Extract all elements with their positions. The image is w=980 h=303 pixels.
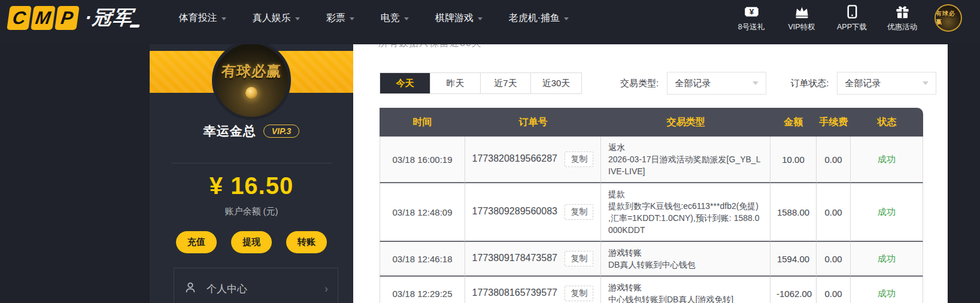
user-icon bbox=[184, 281, 197, 296]
table-row: 03/18 16:00:19 1773820819566287 复制 返水 20… bbox=[380, 137, 923, 183]
cell-time: 03/18 12:29:25 bbox=[380, 277, 465, 303]
column-header-2: 交易类型 bbox=[601, 108, 770, 137]
copy-button[interactable]: 复制 bbox=[565, 152, 593, 167]
svg-text:¥: ¥ bbox=[749, 7, 754, 16]
cell-order-number: 1773809178473587 复制 bbox=[465, 242, 601, 277]
gift-day8-button[interactable]: ¥ 8号送礼 bbox=[736, 4, 767, 32]
column-header-3: 金额 bbox=[770, 108, 817, 137]
nav-item-4[interactable]: 棋牌游戏 bbox=[435, 12, 483, 25]
logo-letter-box: P bbox=[54, 6, 80, 30]
chevron-down-icon bbox=[923, 81, 929, 85]
quick-links: ¥ 8号送礼 VIP特权 APP下载 bbox=[736, 4, 918, 32]
sidebar-item-personal-center[interactable]: 个人中心 › bbox=[174, 268, 338, 303]
transfer-button[interactable]: 转账 bbox=[286, 231, 327, 253]
crown-icon bbox=[794, 4, 810, 20]
cell-order-number: 1773809289560083 复制 bbox=[465, 183, 601, 242]
chevron-down-icon bbox=[404, 17, 409, 20]
cell-order-number: 1773820819566287 复制 bbox=[465, 137, 601, 183]
cell-time: 03/18 16:00:19 bbox=[380, 137, 465, 183]
recharge-button[interactable]: 充值 bbox=[176, 231, 217, 253]
cell-amount: 1588.00 bbox=[770, 183, 817, 242]
tab-2[interactable]: 近7天 bbox=[481, 73, 531, 93]
chevron-down-icon bbox=[753, 81, 758, 85]
column-header-4: 手续费 bbox=[817, 108, 851, 137]
left-background-rail bbox=[0, 44, 150, 303]
vip-level-badge: VIP.3 bbox=[263, 125, 299, 138]
copy-button[interactable]: 复制 bbox=[565, 251, 593, 266]
nav-item-5[interactable]: 老虎机·捕鱼 bbox=[509, 12, 569, 25]
column-header-1: 订单号 bbox=[465, 108, 601, 137]
cell-transaction-type: 提款 提款到数字K豆钱包:ec6113***dfb2(免提) ,汇率=1KDDT… bbox=[601, 183, 770, 242]
chevron-down-icon bbox=[478, 17, 483, 20]
cell-fee: 0.00 bbox=[817, 277, 851, 303]
promotions-button[interactable]: 优惠活动 bbox=[887, 4, 918, 32]
nav-item-2[interactable]: 彩票 bbox=[326, 12, 354, 25]
cell-time: 03/18 12:46:18 bbox=[380, 242, 465, 277]
tab-3[interactable]: 近30天 bbox=[531, 73, 581, 93]
nav-item-0[interactable]: 体育投注 bbox=[179, 12, 226, 25]
transaction-records-panel: 所有数据只保留近30天 今天 昨天 近7天 近30天 交易类型: 全部记录 bbox=[353, 44, 948, 303]
cell-status: 成功 bbox=[851, 242, 923, 277]
cell-fee: 0.00 bbox=[817, 183, 851, 242]
chevron-right-icon: › bbox=[324, 283, 328, 295]
transactions-table: 时间 订单号 交易类型 金额 手续费 状态 bbox=[380, 108, 923, 303]
user-avatar[interactable]: 有球必赢 bbox=[935, 4, 962, 32]
divider bbox=[171, 163, 332, 163]
top-navigation-bar: C M P ·冠军 体育投注 真人娱乐 bbox=[0, 0, 980, 44]
chevron-down-icon bbox=[350, 17, 354, 20]
cell-time: 03/18 12:48:09 bbox=[380, 183, 465, 242]
transaction-type-select[interactable]: 全部记录 bbox=[667, 72, 766, 95]
right-background-rail bbox=[948, 44, 980, 303]
filters: 交易类型: 全部记录 订单状态: 全部记录 bbox=[620, 72, 936, 95]
nav-item-3[interactable]: 电竞 bbox=[381, 12, 409, 25]
table-row: 03/18 12:46:18 1773809178473587 复制 游戏转账 … bbox=[380, 242, 923, 277]
main-nav: 体育投注 真人娱乐 彩票 电竞 bbox=[179, 12, 569, 25]
username: 幸运金总 bbox=[204, 123, 256, 140]
chevron-down-icon bbox=[564, 17, 569, 20]
order-status-label: 订单状态: bbox=[790, 78, 829, 89]
transaction-type-label: 交易类型: bbox=[620, 78, 659, 89]
logo-dash-decoration bbox=[129, 25, 140, 28]
cell-status: 成功 bbox=[851, 183, 923, 242]
app-download-button[interactable]: APP下载 bbox=[836, 4, 867, 32]
cell-fee: 0.00 bbox=[817, 242, 851, 277]
vip-button[interactable]: VIP特权 bbox=[786, 4, 817, 32]
cell-status: 成功 bbox=[851, 277, 923, 303]
chevron-down-icon bbox=[295, 17, 300, 20]
cell-amount: 10.00 bbox=[770, 137, 817, 183]
golden-ball-decoration bbox=[245, 87, 257, 99]
cell-fee: 0.00 bbox=[817, 137, 851, 183]
logo-letter-box: M bbox=[31, 6, 56, 30]
cell-amount: 1594.00 bbox=[770, 242, 817, 277]
profile-sidebar: 有球必赢 幸运金总 VIP.3 ¥ 16.50 账户余额 (元) 充值 提现 转… bbox=[150, 44, 353, 303]
copy-button[interactable]: 复制 bbox=[565, 204, 593, 220]
chevron-down-icon bbox=[222, 17, 226, 20]
date-range-tabs: 今天 昨天 近7天 近30天 bbox=[380, 72, 582, 94]
table-row: 03/18 12:29:25 1773808165739577 复制 游戏转账 … bbox=[380, 277, 923, 303]
logo-text: ·冠军 bbox=[84, 5, 135, 31]
table-header-row: 时间 订单号 交易类型 金额 手续费 状态 bbox=[380, 108, 923, 137]
table-row: 03/18 12:48:09 1773809289560083 复制 提款 提款… bbox=[380, 183, 923, 242]
gift-icon bbox=[894, 4, 911, 20]
order-status-select[interactable]: 全部记录 bbox=[837, 72, 936, 95]
page: C M P ·冠军 体育投注 真人娱乐 bbox=[0, 0, 980, 303]
tab-1[interactable]: 昨天 bbox=[430, 73, 481, 93]
cell-order-number: 1773808165739577 复制 bbox=[465, 277, 601, 303]
coupon-icon: ¥ bbox=[744, 4, 760, 20]
column-header-0: 时间 bbox=[380, 108, 465, 137]
withdraw-button[interactable]: 提现 bbox=[231, 231, 272, 253]
copy-button[interactable]: 复制 bbox=[565, 286, 593, 301]
cell-transaction-type: 游戏转账 DB真人转账到中心钱包 bbox=[601, 242, 770, 277]
cell-transaction-type: 返水 2026-03-17日游戏活动奖励派发[G_YB_LIVE-LIVE] bbox=[601, 137, 770, 183]
phone-icon bbox=[844, 4, 860, 20]
balance-label: 账户余额 (元) bbox=[150, 206, 353, 217]
logo-letter-box: C bbox=[7, 6, 32, 30]
cell-transaction-type: 游戏转账 中心钱包转账到DB真人[游戏免转] bbox=[601, 277, 770, 303]
site-logo[interactable]: C M P ·冠军 bbox=[8, 5, 139, 31]
account-balance: ¥ 16.50 bbox=[150, 172, 353, 199]
cell-amount: -1062.00 bbox=[770, 277, 817, 303]
column-header-5: 状态 bbox=[851, 108, 923, 137]
tab-0[interactable]: 今天 bbox=[380, 73, 430, 93]
profile-avatar[interactable]: 有球必赢 bbox=[212, 41, 291, 120]
nav-item-1[interactable]: 真人娱乐 bbox=[253, 12, 300, 25]
